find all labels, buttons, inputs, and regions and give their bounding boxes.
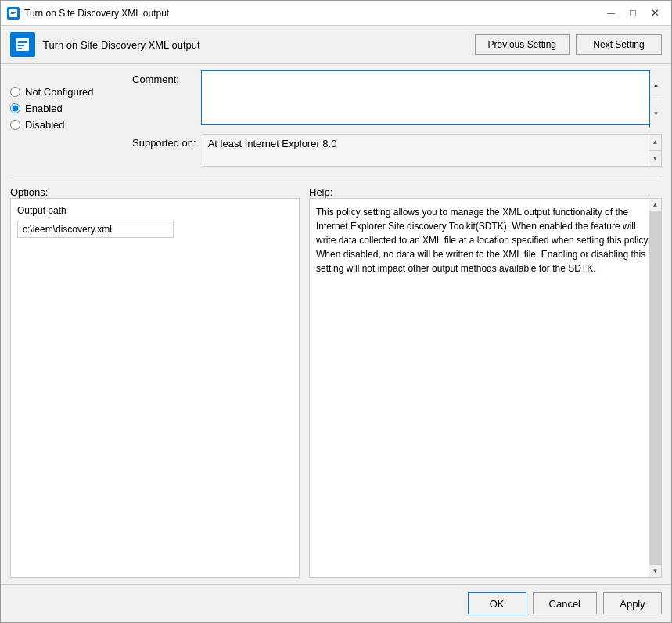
minimize-icon: ─ [607,7,614,19]
minimize-button[interactable]: ─ [601,5,621,22]
main-window: Turn on Site Discovery XML output ─ □ ✕ … [0,0,672,623]
output-path-input[interactable] [17,221,174,238]
comment-label: Comment: [132,70,195,85]
enabled-label: Enabled [25,103,63,114]
header-buttons: Previous Setting Next Setting [475,34,662,55]
footer: OK Cancel Apply [1,584,671,622]
config-section: Not Configured Enabled Disabled Comment: [10,70,662,167]
options-label: Options: [10,186,300,198]
help-box: This policy setting allows you to manage… [309,198,662,578]
not-configured-label: Not Configured [25,86,93,98]
supported-on-label: Supported on: [132,134,196,149]
cancel-button[interactable]: Cancel [533,592,597,614]
comment-scroll-down[interactable]: ▼ [650,99,662,128]
section-labels: Options: Help: [10,186,662,198]
help-panel: This policy setting allows you to manage… [309,198,662,578]
svg-rect-2 [11,13,14,14]
window-icon [7,7,20,20]
supported-on-box: At least Internet Explorer 8.0 ▲ ▼ [203,134,662,167]
maximize-button[interactable]: □ [623,5,643,22]
svg-rect-1 [11,12,16,13]
supported-scroll-up[interactable]: ▲ [649,135,661,151]
bottom-panels: Output path This policy setting allows y… [10,198,662,578]
enabled-option[interactable]: Enabled [10,103,120,114]
help-scroll-down[interactable]: ▼ [649,564,661,577]
close-icon: ✕ [651,7,659,19]
next-setting-button[interactable]: Next Setting [576,34,662,55]
options-box: Output path [10,198,300,578]
radio-group: Not Configured Enabled Disabled [10,70,120,167]
apply-button[interactable]: Apply [603,592,662,614]
supported-on-value: At least Internet Explorer 8.0 [208,138,337,149]
disabled-radio[interactable] [10,120,20,130]
ok-button[interactable]: OK [468,592,526,614]
header-bar: Turn on Site Discovery XML output Previo… [1,26,671,64]
help-scroll-up[interactable]: ▲ [649,199,661,211]
maximize-icon: □ [630,7,636,19]
enabled-radio[interactable] [10,103,20,113]
options-panel: Output path [10,198,300,578]
supported-scroll-down[interactable]: ▼ [649,151,661,167]
output-path-label: Output path [17,205,293,216]
comment-textarea[interactable] [201,70,662,125]
comment-scroll-up[interactable]: ▲ [650,70,662,99]
supported-scrollbar: ▲ ▼ [649,135,661,166]
header-title: Turn on Site Discovery XML output [43,39,475,51]
help-scroll-track [649,211,661,564]
svg-rect-4 [18,41,27,43]
not-configured-radio[interactable] [10,87,20,97]
divider [10,178,662,178]
not-configured-option[interactable]: Not Configured [10,86,120,98]
right-fields: Comment: ▲ ▼ Supported on: At least Inte… [132,70,662,167]
main-content: Not Configured Enabled Disabled Comment: [1,64,671,584]
help-scrollbar: ▲ ▼ [649,199,661,577]
svg-rect-6 [18,48,22,49]
comment-row: Comment: ▲ ▼ [132,70,662,128]
svg-rect-5 [18,45,24,46]
title-bar-controls: ─ □ ✕ [601,5,665,22]
title-bar-text: Turn on Site Discovery XML output [24,8,601,19]
disabled-label: Disabled [25,119,65,131]
help-text: This policy setting allows you to manage… [316,205,655,275]
help-label: Help: [309,186,662,198]
header-icon [10,32,35,57]
comment-scrollbar: ▲ ▼ [649,70,662,128]
title-bar: Turn on Site Discovery XML output ─ □ ✕ [1,1,671,26]
disabled-option[interactable]: Disabled [10,119,120,131]
previous-setting-button[interactable]: Previous Setting [475,34,570,55]
close-button[interactable]: ✕ [645,5,665,22]
supported-on-row: Supported on: At least Internet Explorer… [132,134,662,167]
